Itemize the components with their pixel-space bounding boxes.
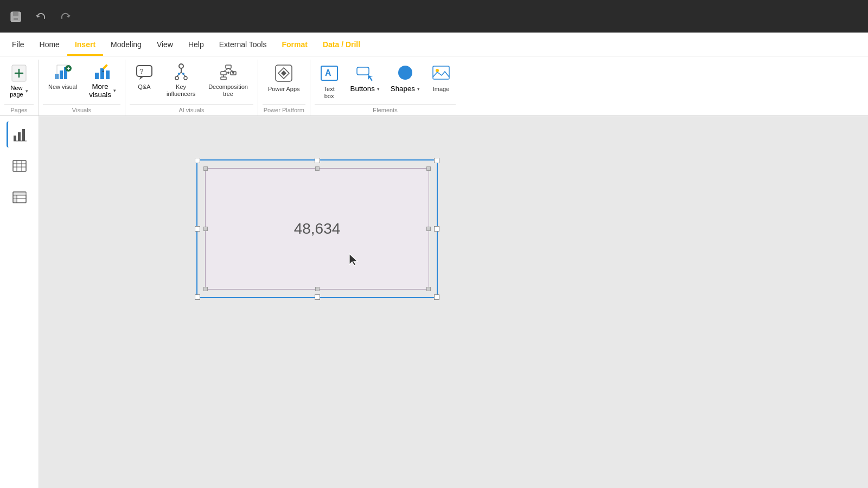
svg-point-39 [232, 72, 234, 74]
menu-file[interactable]: File [4, 33, 32, 56]
svg-point-47 [398, 66, 412, 80]
ribbon-section-elements-label: Elements [315, 104, 456, 115]
shapes-button[interactable]: Shapes ▾ [386, 60, 424, 95]
decomp-tree-button[interactable]: Decompositiontree [203, 60, 253, 100]
resize-handle-tl[interactable] [195, 158, 200, 163]
ribbon-section-pages: Newpage ▾ Pages [0, 60, 39, 115]
resize-handle-bl[interactable] [195, 294, 200, 300]
svg-rect-48 [433, 66, 449, 79]
menu-home[interactable]: Home [32, 33, 67, 56]
svg-rect-31 [226, 65, 231, 68]
menu-format[interactable]: Format [274, 33, 315, 56]
inner-resize-handle-tr[interactable] [426, 166, 431, 171]
left-sidebar [0, 116, 39, 488]
svg-marker-46 [368, 75, 373, 81]
ribbon: Newpage ▾ Pages [0, 56, 868, 116]
sidebar-icon-bar-chart[interactable] [7, 121, 33, 147]
canvas: 48,634 [39, 116, 868, 488]
svg-rect-16 [100, 68, 104, 79]
new-visual-button[interactable]: New visual [43, 60, 82, 93]
menu-data-drill[interactable]: Data / Drill [315, 33, 368, 56]
image-button[interactable]: Image [426, 60, 456, 95]
ribbon-section-visuals: New visual Morevisuals ▾ [39, 60, 125, 115]
undo-button[interactable] [31, 8, 50, 25]
inner-resize-handle-tl[interactable] [203, 166, 208, 171]
main-layout: 48,634 [0, 116, 868, 488]
svg-rect-52 [22, 129, 25, 141]
svg-marker-42 [281, 70, 286, 76]
new-page-button[interactable]: Newpage ▾ [4, 60, 34, 100]
svg-rect-51 [18, 132, 21, 141]
qa-button[interactable]: ? Q&A [130, 60, 159, 93]
more-visuals-button[interactable]: Morevisuals ▾ [85, 60, 120, 101]
inner-resize-handle-br[interactable] [426, 287, 431, 291]
ribbon-section-pages-label: Pages [4, 104, 34, 115]
ribbon-section-power-platform-label: Power Platform [263, 104, 305, 115]
svg-rect-3 [14, 18, 18, 20]
resize-handle-right[interactable] [434, 226, 439, 232]
key-influencers-button[interactable]: Keyinfluencers [161, 60, 201, 100]
ribbon-section-power-platform: Power Apps Power Platform [258, 60, 310, 115]
ribbon-section-visuals-label: Visuals [43, 104, 120, 115]
svg-point-28 [184, 76, 187, 80]
resize-handle-bottom[interactable] [315, 294, 320, 300]
svg-rect-37 [221, 77, 226, 80]
inner-resize-handle-bottom[interactable] [315, 287, 320, 291]
menu-help[interactable]: Help [181, 33, 212, 56]
svg-point-27 [175, 76, 178, 80]
svg-rect-63 [14, 192, 27, 195]
ribbon-section-ai-visuals-label: AI visuals [130, 104, 253, 115]
svg-point-38 [227, 72, 229, 74]
menubar: File Home Insert Modeling View Help Exte… [0, 33, 868, 56]
inner-resize-handle-bl[interactable] [203, 287, 208, 291]
buttons-button[interactable]: Buttons ▾ [346, 60, 384, 95]
titlebar [0, 0, 868, 33]
svg-line-32 [224, 68, 228, 72]
resize-handle-tr[interactable] [434, 158, 439, 163]
svg-rect-8 [60, 70, 63, 79]
svg-text:A: A [325, 68, 331, 78]
save-button[interactable] [7, 8, 25, 25]
menu-view[interactable]: View [149, 33, 181, 56]
svg-rect-15 [95, 73, 99, 79]
sidebar-icon-matrix[interactable] [7, 184, 33, 210]
svg-point-23 [179, 64, 183, 68]
power-apps-button[interactable]: Power Apps [263, 60, 305, 95]
menu-modeling[interactable]: Modeling [103, 33, 149, 56]
visual-value: 48,634 [294, 220, 341, 237]
resize-handle-left[interactable] [195, 226, 200, 232]
svg-rect-45 [357, 67, 369, 75]
svg-rect-64 [14, 196, 16, 202]
inner-resize-handle-right[interactable] [426, 227, 431, 231]
inner-resize-handle-top[interactable] [315, 166, 320, 171]
inner-resize-handle-left[interactable] [203, 227, 208, 231]
svg-rect-50 [14, 136, 16, 141]
ribbon-section-ai-visuals: ? Q&A [125, 60, 258, 115]
resize-handle-top[interactable] [315, 158, 320, 163]
svg-point-30 [182, 73, 184, 75]
svg-rect-18 [103, 64, 108, 69]
visual-card: 48,634 [205, 168, 429, 290]
menu-external-tools[interactable]: External Tools [212, 33, 275, 56]
sidebar-icon-table[interactable] [7, 153, 33, 179]
svg-rect-17 [106, 70, 110, 79]
redo-button[interactable] [56, 8, 75, 25]
menu-insert[interactable]: Insert [67, 33, 103, 56]
svg-line-33 [228, 68, 233, 72]
text-box-button[interactable]: A Textbox [315, 60, 344, 102]
ribbon-section-elements: A Textbox Buttons ▾ [310, 60, 460, 115]
svg-text:?: ? [139, 67, 143, 75]
svg-point-29 [178, 73, 180, 75]
svg-rect-34 [221, 72, 226, 75]
svg-rect-1 [13, 12, 18, 16]
resize-handle-br[interactable] [434, 294, 439, 300]
visual-container-outer[interactable]: 48,634 [196, 159, 438, 298]
svg-rect-54 [13, 160, 26, 171]
